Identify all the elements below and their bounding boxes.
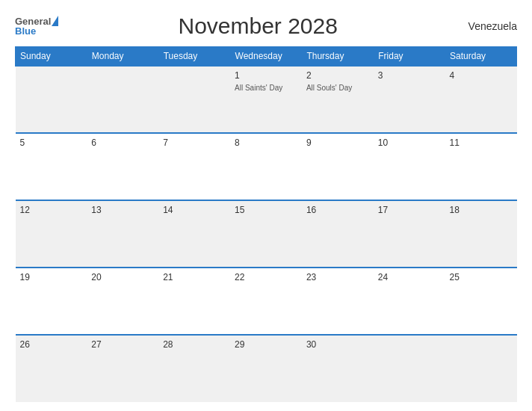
calendar-header-row: SundayMondayTuesdayWednesdayThursdayFrid… <box>16 47 517 67</box>
weekday-header: Thursday <box>302 47 374 67</box>
calendar-cell: 12 <box>16 200 87 268</box>
weekday-header: Monday <box>87 47 158 67</box>
calendar-cell: 17 <box>374 200 445 268</box>
calendar-cell: 18 <box>445 200 517 268</box>
day-number: 26 <box>20 339 83 350</box>
calendar-cell <box>374 335 445 402</box>
day-number: 5 <box>20 137 83 148</box>
calendar-cell: 5 <box>16 133 87 200</box>
day-number: 20 <box>91 272 154 282</box>
calendar-title: November 2028 <box>58 13 457 39</box>
day-number: 16 <box>306 205 369 215</box>
calendar-cell <box>87 66 158 133</box>
calendar-cell: 2All Souls' Day <box>302 66 374 133</box>
calendar-cell: 16 <box>302 200 374 268</box>
day-number: 23 <box>306 272 369 282</box>
day-number: 21 <box>163 272 226 282</box>
day-number: 7 <box>163 137 226 148</box>
calendar-week-row: 12131415161718 <box>16 200 517 268</box>
day-number: 29 <box>235 339 297 350</box>
weekday-header: Sunday <box>16 47 87 67</box>
day-number: 12 <box>20 205 83 215</box>
calendar-cell: 24 <box>374 268 445 335</box>
weekday-header: Saturday <box>445 47 517 67</box>
calendar-cell: 13 <box>87 200 158 268</box>
calendar-week-row: 1All Saints' Day2All Souls' Day34 <box>16 66 517 133</box>
day-number: 24 <box>378 272 441 282</box>
day-number: 6 <box>91 137 154 148</box>
calendar-cell: 23 <box>302 268 374 335</box>
weekday-header: Wednesday <box>230 47 302 67</box>
calendar-body: 1All Saints' Day2All Souls' Day345678910… <box>16 66 517 402</box>
calendar-cell: 28 <box>158 335 230 402</box>
calendar-cell: 15 <box>230 200 302 268</box>
calendar-cell: 27 <box>87 335 158 402</box>
calendar-cell: 7 <box>158 133 230 200</box>
calendar-cell: 22 <box>230 268 302 335</box>
day-number: 27 <box>91 339 154 350</box>
holiday-label: All Souls' Day <box>306 83 369 93</box>
calendar-cell: 4 <box>445 66 517 133</box>
day-number: 13 <box>91 205 154 215</box>
day-number: 9 <box>306 137 369 148</box>
calendar-cell <box>16 66 87 133</box>
calendar-table: SundayMondayTuesdayWednesdayThursdayFrid… <box>15 46 517 402</box>
day-number: 4 <box>450 70 513 81</box>
day-number: 1 <box>235 70 297 81</box>
day-number: 25 <box>450 272 513 282</box>
day-number: 30 <box>306 339 369 350</box>
calendar-cell: 26 <box>16 335 87 402</box>
day-number: 2 <box>306 70 369 81</box>
weekday-header: Tuesday <box>158 47 230 67</box>
calendar-week-row: 2627282930 <box>16 335 517 402</box>
calendar-week-row: 19202122232425 <box>16 268 517 335</box>
logo-blue-text: Blue <box>15 26 36 36</box>
calendar-cell <box>158 66 230 133</box>
day-number: 10 <box>378 137 441 148</box>
day-number: 18 <box>450 205 513 215</box>
calendar-cell: 8 <box>230 133 302 200</box>
calendar-cell: 30 <box>302 335 374 402</box>
calendar-cell: 20 <box>87 268 158 335</box>
logo: General Blue <box>15 16 58 36</box>
calendar-cell: 9 <box>302 133 374 200</box>
calendar-cell <box>445 335 517 402</box>
day-number: 14 <box>163 205 226 215</box>
day-number: 22 <box>235 272 297 282</box>
day-number: 11 <box>450 137 513 148</box>
calendar-cell: 21 <box>158 268 230 335</box>
weekday-header: Friday <box>374 47 445 67</box>
day-number: 28 <box>163 339 226 350</box>
calendar-page: General Blue November 2028 Venezuela Sun… <box>0 0 532 411</box>
calendar-cell: 3 <box>374 66 445 133</box>
calendar-week-row: 567891011 <box>16 133 517 200</box>
country-label: Venezuela <box>457 20 517 32</box>
day-number: 15 <box>235 205 297 215</box>
holiday-label: All Saints' Day <box>235 83 297 93</box>
day-number: 8 <box>235 137 297 148</box>
day-number: 17 <box>378 205 441 215</box>
calendar-cell: 11 <box>445 133 517 200</box>
calendar-cell: 19 <box>16 268 87 335</box>
calendar-header: General Blue November 2028 Venezuela <box>15 13 517 39</box>
calendar-cell: 25 <box>445 268 517 335</box>
logo-triangle-icon <box>52 16 58 26</box>
calendar-cell: 10 <box>374 133 445 200</box>
day-number: 3 <box>378 70 441 81</box>
day-number: 19 <box>20 272 83 282</box>
calendar-cell: 1All Saints' Day <box>230 66 302 133</box>
calendar-cell: 6 <box>87 133 158 200</box>
calendar-cell: 29 <box>230 335 302 402</box>
calendar-cell: 14 <box>158 200 230 268</box>
